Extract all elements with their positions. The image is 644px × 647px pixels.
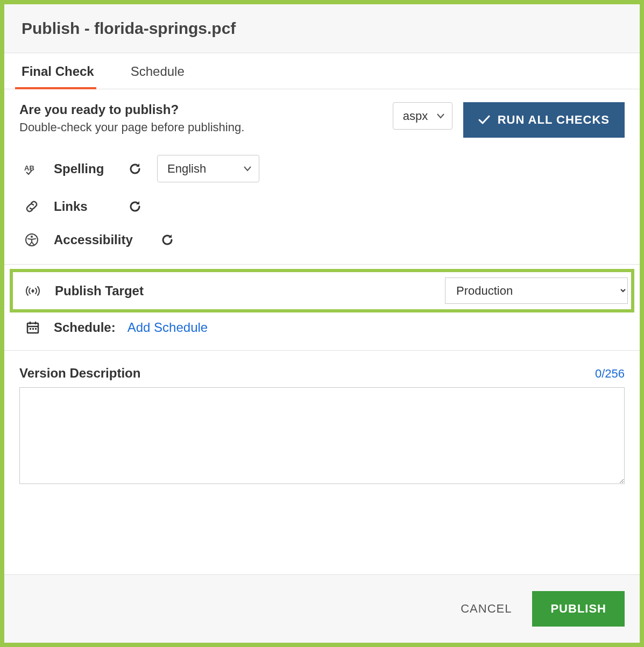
version-description-header: Version Description 0/256 — [19, 366, 625, 381]
accessibility-check-row: Accessibility — [4, 223, 640, 264]
publish-target-label: Publish Target — [55, 283, 432, 298]
spelling-check-row: AB Spelling English — [4, 147, 640, 190]
dialog-footer: CANCEL PUBLISH — [4, 574, 640, 643]
dialog-body: Are you ready to publish? Double-check y… — [4, 89, 640, 574]
run-all-checks-button[interactable]: RUN ALL CHECKS — [463, 102, 625, 138]
links-refresh-button[interactable] — [126, 197, 144, 216]
cancel-button[interactable]: CANCEL — [455, 593, 517, 624]
svg-rect-4 — [30, 328, 31, 330]
output-format-select[interactable]: aspx — [393, 102, 452, 130]
character-counter: 0/256 — [595, 367, 625, 381]
links-check-row: Links — [4, 190, 640, 223]
refresh-icon — [160, 233, 174, 247]
accessibility-refresh-button[interactable] — [158, 231, 176, 249]
spelling-label: Spelling — [54, 161, 113, 176]
spelling-language-select[interactable]: English — [157, 155, 259, 182]
schedule-label: Schedule: — [54, 320, 116, 335]
publish-target-select[interactable]: Production — [445, 278, 628, 304]
tab-label: Final Check — [22, 64, 94, 79]
publish-dialog: Publish - florida-springs.pcf Final Chec… — [0, 0, 644, 647]
ready-text: Are you ready to publish? Double-check y… — [19, 102, 382, 134]
tab-bar: Final Check Schedule — [4, 53, 640, 89]
broadcast-icon — [24, 285, 42, 297]
svg-point-2 — [31, 236, 33, 238]
accessibility-label: Accessibility — [54, 232, 145, 247]
svg-rect-5 — [32, 328, 34, 330]
publish-target-highlight: Publish Target Production — [4, 265, 640, 317]
links-label: Links — [54, 199, 113, 214]
link-icon — [23, 200, 41, 214]
svg-rect-6 — [35, 328, 37, 330]
run-all-checks-label: RUN ALL CHECKS — [498, 113, 610, 127]
checkmark-icon — [478, 115, 490, 125]
dialog-title: Publish - florida-springs.pcf — [22, 19, 622, 38]
version-description-label: Version Description — [19, 366, 140, 381]
ready-subtext: Double-check your page before publishing… — [19, 120, 382, 134]
publish-target-row: Publish Target Production — [10, 269, 634, 312]
calendar-icon — [24, 321, 42, 335]
ready-heading: Are you ready to publish? — [19, 102, 382, 117]
publish-button[interactable]: PUBLISH — [532, 591, 625, 627]
version-description-section: Version Description 0/256 — [4, 350, 640, 497]
spelling-refresh-button[interactable] — [126, 160, 144, 178]
tab-label: Schedule — [131, 64, 185, 79]
refresh-icon — [128, 200, 142, 214]
refresh-icon — [128, 162, 142, 176]
add-schedule-link[interactable]: Add Schedule — [128, 320, 208, 335]
tab-final-check[interactable]: Final Check — [15, 53, 109, 89]
schedule-row: Schedule: Add Schedule — [4, 317, 640, 350]
accessibility-icon — [23, 233, 41, 247]
ready-row: Are you ready to publish? Double-check y… — [4, 89, 640, 147]
spellcheck-icon: AB — [23, 163, 41, 175]
tab-schedule[interactable]: Schedule — [109, 53, 200, 89]
dialog-header: Publish - florida-springs.pcf — [4, 4, 640, 53]
version-description-textarea[interactable] — [19, 387, 625, 484]
svg-text:AB: AB — [24, 164, 34, 172]
